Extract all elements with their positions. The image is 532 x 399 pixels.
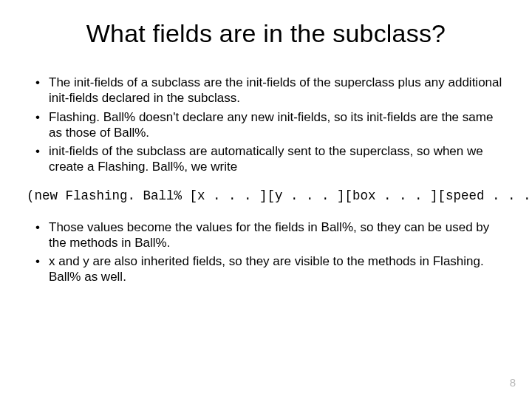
list-item: Flashing. Ball% doesn't declare any new … <box>27 109 505 141</box>
list-item: Those values become the values for the f… <box>27 219 505 251</box>
bullet-list-bottom: Those values become the values for the f… <box>27 219 505 285</box>
list-item: init-fields of the subclass are automati… <box>27 143 505 175</box>
page-title: What fields are in the subclass? <box>27 19 505 48</box>
bullet-list-top: The init-fields of a subclass are the in… <box>27 75 505 175</box>
list-item: The init-fields of a subclass are the in… <box>27 75 505 106</box>
code-line: (new Flashing. Ball% [x . . . ][y . . . … <box>27 188 505 203</box>
slide: What fields are in the subclass? The ini… <box>0 0 532 399</box>
page-number: 8 <box>510 376 516 389</box>
list-item: x and y are also inherited fields, so th… <box>27 253 505 285</box>
